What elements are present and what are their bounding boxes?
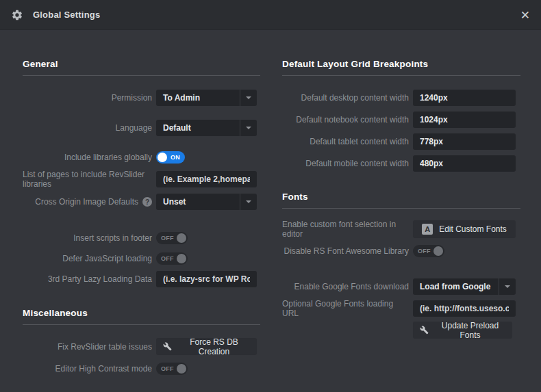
font-a-icon: A	[422, 224, 433, 235]
tablet-width-label: Default tablet content width	[282, 137, 409, 146]
cross-origin-label-text: Cross Origin Image Defaults	[35, 197, 138, 207]
font-awesome-label: Disable RS Font Awesome Library	[282, 246, 409, 256]
preload-fonts-row: Update Preload Fonts	[282, 322, 520, 339]
dialog-title: Global Settings	[33, 10, 100, 20]
custom-fonts-label: Enable custom font selection in editor	[282, 220, 409, 239]
google-download-row: Enable Google Fonts download Load from G…	[282, 278, 520, 295]
language-row: Language Default	[23, 120, 257, 136]
mobile-width-input[interactable]	[413, 155, 516, 172]
pages-list-label: List of pages to include RevSlider libra…	[23, 170, 152, 189]
insert-scripts-row: Insert scripts in footer OFF	[23, 232, 257, 244]
chevron-down-icon	[240, 120, 257, 136]
google-download-label: Enable Google Fonts download	[282, 282, 409, 291]
cross-origin-value: Unset	[156, 197, 240, 207]
cross-origin-label: Cross Origin Image Defaults ?	[23, 197, 152, 207]
language-value: Default	[156, 123, 240, 133]
permission-label: Permission	[23, 93, 152, 103]
toggle-knob	[158, 153, 167, 162]
chevron-down-icon	[240, 90, 257, 106]
cross-origin-row: Cross Origin Image Defaults ? Unset	[23, 194, 257, 210]
toggle-knob	[433, 246, 443, 256]
dialog-header: Global Settings ✕	[0, 0, 541, 30]
section-title-fonts: Fonts	[282, 192, 520, 202]
lazy-loading-row: 3rd Party Lazy Loading Data	[23, 271, 257, 287]
include-libraries-toggle[interactable]: ON	[156, 151, 185, 164]
toggle-state: OFF	[161, 235, 177, 241]
chevron-down-icon	[499, 278, 516, 295]
update-preload-fonts-label: Update Preload Fonts	[435, 321, 505, 340]
font-awesome-toggle[interactable]: OFF	[413, 245, 444, 257]
section-general: General	[23, 59, 260, 76]
lazy-loading-input[interactable]	[156, 271, 257, 287]
close-icon[interactable]: ✕	[520, 0, 530, 30]
font-awesome-row: Disable RS Font Awesome Library OFF	[282, 245, 520, 257]
mobile-width-row: Default mobile content width	[282, 155, 520, 172]
gear-icon	[11, 9, 23, 21]
google-download-select[interactable]: Load from Google	[413, 278, 516, 295]
mobile-width-label: Default mobile content width	[282, 159, 409, 168]
help-icon[interactable]: ?	[142, 197, 152, 207]
defer-js-row: Defer JavaScript loading OFF	[23, 252, 257, 265]
defer-js-toggle[interactable]: OFF	[156, 252, 188, 265]
cross-origin-select[interactable]: Unset	[156, 194, 257, 210]
language-label: Language	[23, 123, 152, 133]
toggle-knob	[177, 254, 186, 263]
desktop-width-input[interactable]	[413, 90, 516, 106]
section-fonts: Fonts	[282, 192, 520, 209]
toggle-state: ON	[171, 154, 180, 161]
custom-fonts-row: Enable custom font selection in editor A…	[282, 220, 520, 238]
permission-select[interactable]: To Admin	[156, 90, 257, 106]
google-download-value: Load from Google	[413, 282, 499, 291]
section-title-general: General	[23, 59, 260, 69]
force-db-creation-label: Force RS DB Creation	[178, 337, 250, 356]
fix-table-row: Fix RevSlider table issues Force RS DB C…	[23, 338, 257, 355]
section-breakpoints: Default Layout Grid Breakpoints	[282, 59, 520, 76]
lazy-loading-label: 3rd Party Lazy Loading Data	[23, 274, 152, 284]
notebook-width-row: Default notebook content width	[282, 112, 520, 128]
pages-list-input[interactable]	[156, 171, 257, 187]
google-url-label: Optional Google Fonts loading URL	[282, 299, 409, 318]
tablet-width-input[interactable]	[413, 133, 516, 150]
fix-table-label: Fix RevSlider table issues	[23, 342, 152, 352]
language-select[interactable]: Default	[156, 120, 257, 136]
high-contrast-label: Editor High Contrast mode	[23, 364, 152, 374]
toggle-knob	[177, 364, 186, 374]
toggle-state: OFF	[161, 255, 177, 262]
force-db-creation-button[interactable]: Force RS DB Creation	[156, 338, 257, 355]
insert-scripts-toggle[interactable]: OFF	[156, 232, 188, 244]
tablet-width-row: Default tablet content width	[282, 133, 520, 150]
section-title-miscellaneous: Miscellaneous	[23, 308, 260, 318]
notebook-width-input[interactable]	[413, 112, 516, 128]
defer-js-label: Defer JavaScript loading	[23, 254, 152, 263]
include-libraries-label: Include libraries globally	[23, 153, 152, 162]
chevron-down-icon	[240, 194, 257, 210]
desktop-width-label: Default desktop content width	[282, 93, 409, 103]
section-miscellaneous: Miscellaneous	[23, 308, 260, 325]
high-contrast-toggle[interactable]: OFF	[156, 363, 188, 375]
permission-row: Permission To Admin	[23, 90, 257, 106]
permission-value: To Admin	[156, 93, 240, 103]
wrench-icon	[163, 342, 172, 351]
update-preload-fonts-button[interactable]: Update Preload Fonts	[413, 322, 512, 339]
edit-custom-fonts-button[interactable]: A Edit Custom Fonts	[413, 220, 516, 238]
global-settings-dialog: Global Settings ✕ General Permission To …	[0, 0, 541, 392]
notebook-width-label: Default notebook content width	[282, 115, 409, 125]
insert-scripts-label: Insert scripts in footer	[23, 233, 152, 243]
toggle-knob	[177, 233, 186, 243]
include-libraries-row: Include libraries globally ON	[23, 151, 257, 164]
toggle-state: OFF	[161, 365, 177, 372]
toggle-state: OFF	[418, 248, 433, 254]
desktop-width-row: Default desktop content width	[282, 90, 520, 106]
google-url-input[interactable]	[413, 300, 516, 317]
edit-custom-fonts-label: Edit Custom Fonts	[439, 224, 507, 234]
wrench-icon	[420, 326, 429, 335]
pages-list-row: List of pages to include RevSlider libra…	[23, 171, 257, 187]
google-url-row: Optional Google Fonts loading URL	[282, 300, 520, 317]
high-contrast-row: Editor High Contrast mode OFF	[23, 363, 257, 375]
section-title-breakpoints: Default Layout Grid Breakpoints	[282, 59, 520, 69]
